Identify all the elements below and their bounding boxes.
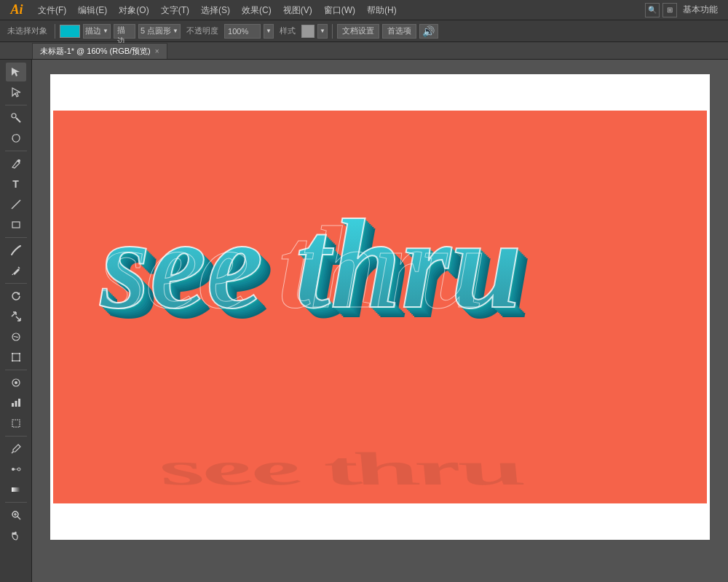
svg-rect-14	[15, 401, 17, 407]
zoom-tool-button[interactable]	[6, 506, 26, 525]
rotate-tool-button[interactable]	[6, 287, 26, 306]
tool-sep-4	[5, 283, 27, 284]
left-toolbox: T	[0, 60, 32, 582]
tool-sep-3	[5, 237, 27, 238]
magic-wand-tool-button[interactable]	[6, 108, 26, 127]
tab-close-button[interactable]: ×	[155, 47, 159, 55]
basic-func-label: 基本功能	[677, 4, 724, 16]
chevron-down-icon: ▼	[103, 28, 108, 34]
active-tab[interactable]: 未标题-1* @ 160% (RGB/预览) ×	[32, 43, 167, 59]
svg-rect-15	[18, 399, 20, 407]
opacity-dropdown[interactable]: ▼	[264, 24, 274, 39]
chevron-down-icon-2: ▼	[173, 28, 178, 34]
menu-text[interactable]: 文字(T)	[155, 0, 195, 20]
stroke-label: 描边	[85, 25, 101, 36]
type-icon: T	[12, 178, 19, 190]
svg-line-3	[12, 200, 20, 209]
text-shadow-layer: see thru	[53, 390, 707, 503]
symbol-tool-button[interactable]	[6, 373, 26, 392]
artboard-white: see thru @import url(''); .st-font { fon…	[50, 74, 710, 540]
svg-point-19	[17, 468, 20, 471]
warp-tool-button[interactable]	[6, 327, 26, 346]
svg-rect-13	[12, 403, 14, 407]
search-icon[interactable]: 🔍	[645, 3, 660, 17]
menu-select[interactable]: 选择(S)	[195, 0, 236, 20]
graph-tool-button[interactable]	[6, 394, 26, 412]
opacity-label: 不透明度	[183, 25, 221, 36]
gradient-tool-button[interactable]	[6, 480, 26, 499]
svg-point-12	[15, 381, 17, 384]
svg-rect-4	[12, 222, 20, 228]
svg-point-2	[17, 159, 20, 162]
menu-view[interactable]: 视图(V)	[277, 0, 318, 20]
artboard-tool-button[interactable]	[6, 414, 26, 433]
svg-point-1	[12, 113, 16, 118]
style-dropdown[interactable]: ▼	[317, 24, 328, 39]
menu-effect[interactable]: 效果(C)	[236, 0, 277, 20]
rect-tool-button[interactable]	[6, 215, 26, 234]
tab-bar: 未标题-1* @ 160% (RGB/预览) ×	[0, 42, 728, 60]
brush-label: 5 点圆形	[141, 25, 171, 36]
svg-line-0	[16, 118, 20, 122]
tool-sep-1	[5, 105, 27, 105]
see-thru-svg: @import url(''); .st-font { font-family:…	[82, 125, 679, 387]
scale-tool-button[interactable]	[6, 307, 26, 326]
eyedropper-tool-button[interactable]	[6, 439, 26, 458]
svg-rect-8	[19, 353, 20, 354]
line-tool-button[interactable]	[6, 195, 26, 214]
select-tool-button[interactable]	[6, 63, 26, 81]
direct-select-tool-button[interactable]	[6, 83, 26, 102]
chevron-down-icon-4: ▼	[320, 28, 325, 34]
blend-tool-button[interactable]	[6, 460, 26, 479]
svg-rect-16	[12, 420, 20, 427]
canvas-area[interactable]: see thru @import url(''); .st-font { fon…	[32, 60, 728, 582]
menu-object[interactable]: 对象(O)	[113, 0, 154, 20]
doc-settings-button[interactable]: 文档设置	[337, 24, 379, 39]
toolbar-sep-2	[332, 24, 333, 39]
tool-sep-6	[5, 436, 27, 436]
svg-line-22	[17, 517, 20, 519]
svg-text:see thru: see thru	[100, 203, 486, 332]
top-menu-bar: Ai 文件(F) 编辑(E) 对象(O) 文字(T) 选择(S) 效果(C) 视…	[0, 0, 728, 20]
brush-dropdown[interactable]: 5 点圆形 ▼	[138, 24, 181, 39]
menu-file[interactable]: 文件(F)	[32, 0, 72, 20]
svg-point-18	[12, 468, 15, 471]
preferences-button[interactable]: 首选项	[382, 24, 416, 39]
no-selection-label: 未选择对象	[4, 25, 50, 36]
main-area: T	[0, 60, 728, 582]
menu-edit[interactable]: 编辑(E)	[72, 0, 113, 20]
tool-sep-7	[5, 502, 27, 503]
app-logo: Ai	[4, 0, 29, 20]
menu-window[interactable]: 窗口(W)	[318, 0, 361, 20]
svg-rect-20	[12, 487, 20, 492]
style-color-box[interactable]	[301, 25, 314, 38]
svg-line-17	[12, 452, 13, 453]
toolbar: 未选择对象 描边 ▼ 描边 5 点圆形 ▼ 不透明度 ▼ 样式 ▼ 文档设置 首…	[0, 20, 728, 42]
stroke-value-input[interactable]: 描边	[114, 24, 135, 39]
tool-sep-5	[5, 370, 27, 370]
chevron-down-icon-3: ▼	[266, 28, 272, 34]
opacity-input[interactable]	[224, 24, 261, 39]
free-transform-tool-button[interactable]	[6, 348, 26, 367]
fill-color-box[interactable]	[60, 25, 80, 38]
svg-rect-7	[12, 353, 13, 354]
pen-tool-button[interactable]	[6, 154, 26, 173]
hand-tool-button[interactable]	[6, 526, 26, 545]
svg-rect-10	[19, 360, 20, 362]
tab-title: 未标题-1* @ 160% (RGB/预览)	[40, 46, 151, 57]
speaker-icon: 🔊	[422, 25, 435, 37]
svg-rect-6	[12, 354, 20, 361]
menu-help[interactable]: 帮助(H)	[361, 0, 403, 20]
more-options-button[interactable]: 🔊	[419, 24, 438, 39]
paintbrush-tool-button[interactable]	[6, 241, 26, 260]
type-tool-button[interactable]: T	[6, 175, 26, 194]
tool-sep-2	[5, 151, 27, 151]
toolbar-sep-1	[55, 24, 55, 39]
grid-icon[interactable]: ⊞	[662, 3, 677, 17]
pencil-tool-button[interactable]	[6, 261, 26, 280]
stroke-dropdown[interactable]: 描边 ▼	[83, 24, 111, 39]
artwork-canvas: see thru @import url(''); .st-font { fon…	[53, 111, 707, 503]
svg-rect-9	[12, 360, 13, 362]
style-label: 样式	[277, 25, 298, 36]
lasso-tool-button[interactable]	[6, 129, 26, 148]
